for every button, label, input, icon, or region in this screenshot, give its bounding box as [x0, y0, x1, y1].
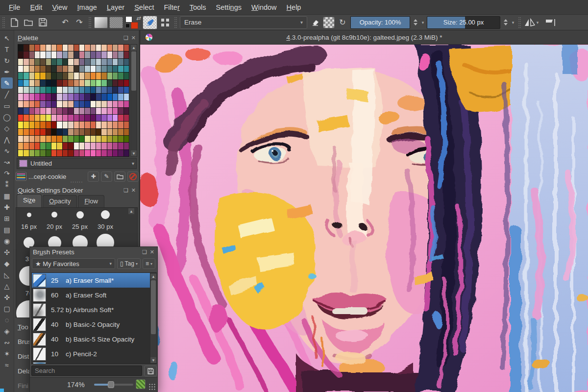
palette-swatch[interactable]: [85, 122, 90, 128]
palette-swatch[interactable]: [124, 73, 129, 79]
horizontal-mirror-button[interactable]: ▾: [524, 16, 540, 29]
palette-swatch[interactable]: [35, 101, 40, 107]
palette-swatch[interactable]: [79, 94, 84, 100]
palette-swatch[interactable]: [79, 73, 84, 79]
palette-swatch[interactable]: [107, 115, 112, 121]
palette-swatch[interactable]: [63, 80, 68, 86]
scroll-down-icon[interactable]: ▼: [150, 357, 156, 363]
toolbar-drag-handle[interactable]: [518, 17, 521, 28]
palette-swatch[interactable]: [57, 115, 62, 121]
size-spinner-arrows[interactable]: [502, 16, 509, 29]
palette-swatch[interactable]: [113, 108, 118, 114]
palette-swatch[interactable]: [35, 108, 40, 114]
palette-swatch[interactable]: [24, 143, 28, 149]
tool-fill[interactable]: ◆: [1, 258, 13, 269]
palette-swatch[interactable]: [40, 101, 45, 107]
tool-ellipse-select[interactable]: ◌: [1, 314, 13, 325]
palette-swatch[interactable]: [40, 115, 45, 121]
palette-swatch[interactable]: [74, 73, 79, 79]
palette-swatch[interactable]: [24, 94, 28, 100]
brush-size-circle[interactable]: [101, 210, 110, 219]
palette-swatch[interactable]: [35, 73, 40, 79]
palette-swatch[interactable]: [74, 45, 79, 51]
palette-swatch[interactable]: [46, 129, 51, 135]
palette-swatch[interactable]: [79, 129, 84, 135]
palette-swatch[interactable]: [24, 80, 28, 86]
palette-swatch[interactable]: [118, 59, 123, 65]
brush-list-scrollbar[interactable]: ▲ ▼: [150, 273, 157, 364]
brush-preset-row[interactable]: 40b) Basic-5 Size Opacity: [32, 332, 156, 346]
brush-preset-row[interactable]: 60a) Eraser Soft: [32, 288, 156, 302]
palette-swatch[interactable]: [68, 73, 73, 79]
palette-swatch[interactable]: [107, 45, 112, 51]
palette-swatch[interactable]: [79, 150, 84, 156]
palette-swatch[interactable]: [118, 66, 123, 72]
palette-swatch[interactable]: [79, 143, 84, 149]
palette-swatch[interactable]: [79, 80, 84, 86]
palette-swatch[interactable]: [35, 122, 40, 128]
palette-swatch[interactable]: [24, 73, 28, 79]
palette-swatch[interactable]: [46, 87, 51, 93]
tool-calligraphy[interactable]: ✒: [1, 66, 13, 77]
palette-swatch[interactable]: [63, 59, 68, 65]
tool-polygon-select[interactable]: ◈: [1, 325, 13, 337]
tool-bezier-curve[interactable]: ∿: [1, 145, 13, 156]
palette-swatch[interactable]: [29, 122, 34, 128]
tool-gradient[interactable]: ▤: [1, 224, 13, 235]
swap-colors-icon[interactable]: ⇄: [136, 15, 141, 22]
palette-swatch[interactable]: [124, 108, 129, 114]
palette-swatch[interactable]: [18, 87, 23, 93]
palette-swatch[interactable]: [79, 101, 84, 107]
palette-swatch[interactable]: [96, 59, 101, 65]
palette-swatch[interactable]: [51, 87, 56, 93]
palette-swatch[interactable]: [18, 129, 23, 135]
palette-swatch[interactable]: [113, 101, 118, 107]
tool-freehand-brush[interactable]: ✎: [1, 77, 13, 89]
tool-crop[interactable]: ⊞: [1, 213, 13, 224]
palette-swatch[interactable]: [74, 136, 79, 142]
palette-swatch[interactable]: [35, 136, 40, 142]
palette-swatch[interactable]: [35, 80, 40, 86]
palette-scrollbar[interactable]: ▲ ▼: [130, 44, 137, 157]
palette-swatch[interactable]: [74, 94, 79, 100]
palette-swatch[interactable]: [91, 115, 96, 121]
palette-swatch[interactable]: [35, 115, 40, 121]
palette-swatch[interactable]: [51, 108, 56, 114]
tool-edit-shapes[interactable]: ↻: [1, 55, 13, 66]
palette-swatch[interactable]: [18, 66, 23, 72]
palette-swatch[interactable]: [124, 115, 129, 121]
palette-swatch[interactable]: [24, 87, 28, 93]
palette-swatch[interactable]: [91, 87, 96, 93]
palette-swatch[interactable]: [113, 73, 118, 79]
palette-swatch[interactable]: [91, 94, 96, 100]
palette-swatch[interactable]: [74, 143, 79, 149]
display-mode-button[interactable]: ≡ ▾: [143, 258, 155, 269]
palette-swatch[interactable]: [68, 59, 73, 65]
palette-swatch[interactable]: [79, 108, 84, 114]
palette-swatch[interactable]: [29, 108, 34, 114]
palette-swatch[interactable]: [40, 59, 45, 65]
foreground-background-colors[interactable]: ⇄: [124, 16, 141, 29]
palette-swatch[interactable]: [40, 94, 45, 100]
palette-swatch[interactable]: [57, 150, 62, 156]
palette-swatch[interactable]: [51, 150, 56, 156]
scroll-down-icon[interactable]: ▼: [131, 150, 137, 156]
palette-swatch[interactable]: [29, 115, 34, 121]
tag-filter-combobox[interactable]: ★ My Favorites ▾: [32, 258, 115, 269]
palette-swatch[interactable]: [40, 87, 45, 93]
brush-preset-row[interactable]: 25a) Eraser Small*: [32, 273, 156, 288]
palette-swatch[interactable]: [85, 59, 90, 65]
palette-swatch[interactable]: [18, 136, 23, 142]
menu-item-image[interactable]: Image: [73, 1, 102, 14]
redo-button[interactable]: ↷: [73, 16, 86, 29]
palette-swatch[interactable]: [107, 143, 112, 149]
palette-swatch[interactable]: [113, 51, 118, 58]
save-search-button[interactable]: [144, 366, 157, 376]
palette-swatch[interactable]: [35, 51, 40, 58]
menu-item-file[interactable]: File: [4, 1, 25, 14]
palette-swatch[interactable]: [68, 45, 73, 51]
palette-swatch[interactable]: [74, 59, 79, 65]
edit-brush-settings-button[interactable]: [143, 16, 157, 29]
menu-item-window[interactable]: Window: [246, 1, 282, 14]
palette-swatch[interactable]: [68, 51, 73, 58]
